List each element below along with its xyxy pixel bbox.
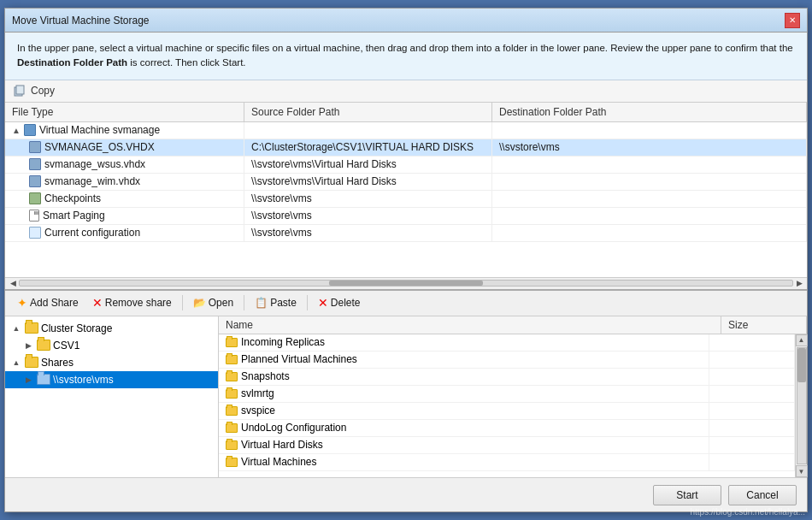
col-header-filetype: File Type xyxy=(5,103,244,121)
file-name: Planned Virtual Machines xyxy=(241,353,357,365)
row-name: Virtual Machine svmanage xyxy=(39,124,160,136)
tree-item-cluster-storage[interactable]: ▲ Cluster Storage xyxy=(5,320,218,337)
scroll-up-arrow[interactable]: ▲ xyxy=(796,334,808,346)
folder-icon-sm xyxy=(226,406,238,416)
config-icon xyxy=(29,227,41,239)
expand-csv1[interactable]: ▶ xyxy=(22,340,34,352)
cancel-button[interactable]: Cancel xyxy=(728,485,797,505)
cell-source: C:\ClusterStorage\CSV1\VIRTUAL HARD DISK… xyxy=(244,139,492,156)
file-size-cell xyxy=(709,352,795,368)
table-row[interactable]: Current configuration \\svstore\vms xyxy=(5,225,807,242)
tree-label-csv1: CSV1 xyxy=(53,340,79,352)
copy-label: Copy xyxy=(31,85,55,97)
folder-icon-svstore-vms xyxy=(37,374,50,385)
cell-filetype: svmanage_wim.vhdx xyxy=(5,174,244,190)
cell-filetype: SVMANAGE_OS.VHDX xyxy=(5,139,244,156)
paste-button[interactable]: 📋 Paste xyxy=(250,295,302,310)
open-label: Open xyxy=(209,297,233,309)
cell-source xyxy=(244,122,492,139)
file-name-cell: UndoLog Configuration xyxy=(219,420,709,436)
expand-cluster-storage[interactable]: ▲ xyxy=(10,322,22,334)
vm-icon xyxy=(24,124,36,136)
tree-label-svstore-vms: \\svstore\vms xyxy=(53,374,114,386)
table-body: ▲ Virtual Machine svmanage SVMANAGE_OS.V… xyxy=(5,122,807,277)
scroll-track[interactable] xyxy=(19,280,793,287)
vhd-icon xyxy=(29,175,41,187)
file-size-cell xyxy=(709,437,795,453)
folder-icon-sm xyxy=(226,423,238,433)
file-name: Virtual Hard Disks xyxy=(241,439,323,451)
expand-svstore-vms[interactable]: ▶ xyxy=(22,374,34,386)
folder-icon-cluster-storage xyxy=(25,322,38,334)
file-item[interactable]: Planned Virtual Machines xyxy=(219,352,795,369)
table-row[interactable]: svmanage_wim.vhdx \\svstore\vms\Virtual … xyxy=(5,174,807,191)
expand-icon[interactable]: ▲ xyxy=(12,126,21,135)
lower-section: ✦ Add Share ✕ Remove share 📂 Open 📋 Past… xyxy=(5,291,807,477)
scroll-down-arrow[interactable]: ▼ xyxy=(796,465,808,477)
cell-dest xyxy=(492,174,807,190)
file-item[interactable]: svlmrtg xyxy=(219,386,795,403)
col-header-destination: Destination Folder Path xyxy=(492,103,807,121)
cell-dest: \\svstore\vms xyxy=(492,139,807,156)
remove-share-button[interactable]: ✕ Remove share xyxy=(87,294,177,311)
row-name: SVMANAGE_OS.VHDX xyxy=(44,141,155,153)
row-name: Smart Paging xyxy=(43,210,105,222)
row-name: Checkpoints xyxy=(44,192,101,204)
file-list[interactable]: Incoming Replicas Planned Virtual Machin… xyxy=(219,334,795,477)
cell-dest xyxy=(492,208,807,224)
delete-label: Delete xyxy=(331,297,361,309)
table-row[interactable]: Smart Paging \\svstore\vms xyxy=(5,208,807,225)
file-name: Incoming Replicas xyxy=(241,336,325,348)
file-size-cell xyxy=(709,386,795,402)
lower-pane: ▲ Cluster Storage ▶ CSV1 ▲ Shares xyxy=(5,316,807,477)
tree-item-csv1[interactable]: ▶ CSV1 xyxy=(5,337,218,354)
horizontal-scrollbar[interactable]: ◀ ▶ xyxy=(5,277,807,289)
tree-panel: ▲ Cluster Storage ▶ CSV1 ▲ Shares xyxy=(5,316,219,477)
toolbar-separator-1 xyxy=(182,295,183,310)
row-name: svmanage_wim.vhdx xyxy=(44,175,140,187)
cell-source: \\svstore\vms\Virtual Hard Disks xyxy=(244,157,492,173)
file-name-cell: Virtual Hard Disks xyxy=(219,437,709,453)
lower-toolbar: ✦ Add Share ✕ Remove share 📂 Open 📋 Past… xyxy=(5,291,807,316)
file-item[interactable]: svspice xyxy=(219,403,795,420)
file-item[interactable]: Snapshots xyxy=(219,369,795,386)
scroll-left-arrow[interactable]: ◀ xyxy=(7,279,19,287)
checkpoint-icon xyxy=(29,192,41,204)
file-name-cell: svlmrtg xyxy=(219,386,709,402)
scroll-thumb[interactable] xyxy=(329,281,484,286)
cell-filetype: Current configuration xyxy=(5,225,244,241)
info-highlight: Destination Folder Path xyxy=(17,57,127,68)
file-item[interactable]: Incoming Replicas xyxy=(219,334,795,352)
file-size-cell xyxy=(709,420,795,436)
table-row[interactable]: svmanage_wsus.vhdx \\svstore\vms\Virtual… xyxy=(5,157,807,174)
open-icon: 📂 xyxy=(193,297,206,309)
close-button[interactable]: ✕ xyxy=(785,13,800,28)
tree-item-shares[interactable]: ▲ Shares xyxy=(5,354,218,371)
row-name: Current configuration xyxy=(44,227,140,239)
folder-icon-sm xyxy=(226,440,238,450)
open-button[interactable]: 📂 Open xyxy=(188,295,238,310)
vertical-scrollbar[interactable]: ▲ ▼ xyxy=(795,334,807,477)
table-row[interactable]: SVMANAGE_OS.VHDX C:\ClusterStorage\CSV1\… xyxy=(5,139,807,157)
scroll-track-v[interactable] xyxy=(797,347,807,464)
file-name: svspice xyxy=(241,405,275,417)
add-share-button[interactable]: ✦ Add Share xyxy=(12,294,84,311)
start-button[interactable]: Start xyxy=(653,485,721,505)
folder-icon-sm xyxy=(226,338,238,347)
file-item[interactable]: UndoLog Configuration xyxy=(219,420,795,437)
paste-label: Paste xyxy=(270,297,297,309)
table-row[interactable]: Checkpoints \\svstore\vms xyxy=(5,191,807,208)
expand-shares[interactable]: ▲ xyxy=(10,357,22,369)
delete-icon: ✕ xyxy=(318,296,328,310)
file-col-name: Name xyxy=(219,316,721,334)
paste-icon: 📋 xyxy=(255,297,268,309)
file-item[interactable]: Virtual Hard Disks xyxy=(219,437,795,454)
scroll-thumb-v[interactable] xyxy=(797,348,806,383)
tree-label-shares: Shares xyxy=(41,357,74,369)
row-name: svmanage_wsus.vhdx xyxy=(44,158,145,170)
table-row[interactable]: ▲ Virtual Machine svmanage xyxy=(5,122,807,139)
tree-item-svstore-vms[interactable]: ▶ \\svstore\vms xyxy=(5,371,218,388)
delete-button[interactable]: ✕ Delete xyxy=(313,294,366,311)
scroll-right-arrow[interactable]: ▶ xyxy=(793,279,805,287)
file-item[interactable]: Virtual Machines xyxy=(219,454,795,471)
